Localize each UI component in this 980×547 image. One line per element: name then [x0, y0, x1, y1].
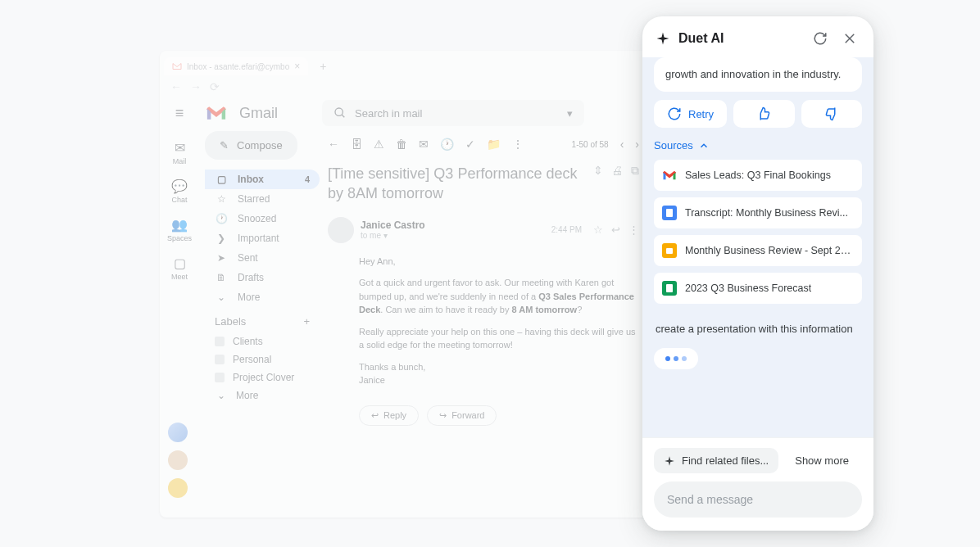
svg-point-0 [335, 108, 343, 115]
email-time: 2:44 PM [551, 225, 582, 234]
message-input[interactable]: Send a message [654, 481, 862, 518]
label-more[interactable]: ⌄More [205, 387, 320, 405]
retry-button[interactable]: Retry [654, 100, 727, 128]
mail-toolbar: ← 🗄 ⚠ 🗑 ✉ 🕐 ✓ 📁 ⋮ 1-50 of 58 ‹ › [328, 133, 639, 160]
typing-dot [674, 356, 678, 361]
rail-chat[interactable]: 💬 Chat [160, 174, 199, 209]
sources-toggle[interactable]: Sources [654, 139, 862, 151]
show-more-chip[interactable]: Show more [785, 448, 859, 473]
expand-icon[interactable]: ⇕ [593, 164, 603, 178]
gmail-sidebar: ✎ Compose ▢ Inbox 4 ☆ Starred 🕐 Snoozed … [205, 131, 320, 405]
gmail-icon [662, 168, 677, 183]
more-icon[interactable]: ⋮ [628, 224, 639, 236]
spaces-icon: 👥 [171, 217, 188, 233]
next-icon[interactable]: › [635, 138, 639, 151]
label-item[interactable]: Clients [205, 332, 320, 350]
thumbs-down-button[interactable] [801, 100, 862, 128]
docs-icon [662, 206, 677, 220]
archive-icon[interactable]: 🗄 [351, 138, 362, 151]
compose-button[interactable]: ✎ Compose [205, 131, 297, 160]
star-icon: ☆ [215, 193, 228, 205]
rail-meet[interactable]: ▢ Meet [160, 251, 199, 286]
message-placeholder: Send a message [667, 493, 753, 506]
mail-count: 1-50 of 58 [572, 140, 609, 149]
back-icon[interactable]: ← [328, 138, 339, 151]
label-item[interactable]: Project Clover [205, 368, 320, 387]
source-item-sheets[interactable]: 2023 Q3 Business Forecast [654, 273, 862, 304]
sources-list: Sales Leads: Q3 Final Bookings Transcrip… [654, 160, 862, 304]
thumbs-up-button[interactable] [733, 100, 794, 128]
snooze-icon: 🕐 [215, 213, 228, 224]
nav-starred[interactable]: ☆ Starred [205, 189, 320, 209]
delete-icon[interactable]: 🗑 [396, 138, 407, 151]
important-icon: ❯ [215, 233, 228, 244]
slides-icon [662, 243, 677, 258]
meet-icon: ▢ [174, 255, 186, 271]
ai-response: growth and innovation in the industry. [654, 57, 862, 92]
nav-drafts[interactable]: 🗎 Drafts [205, 268, 320, 287]
nav-sent[interactable]: ➤ Sent [205, 248, 320, 268]
label-item[interactable]: Personal [205, 350, 320, 368]
sheets-icon [662, 281, 677, 296]
rail-mail[interactable]: ✉ Mail [160, 135, 199, 170]
source-item-docs[interactable]: Transcript: Monthly Business Revi... [654, 197, 862, 228]
email-subject: [Time sensitive] Q3 Performance deck by … [328, 160, 639, 212]
popout-icon[interactable]: ⧉ [631, 164, 639, 178]
typing-dot [665, 356, 670, 361]
user-message: create a presentation with this informat… [654, 317, 862, 348]
duet-ai-panel: Duet AI growth and innovation in the ind… [642, 16, 873, 531]
rail-spaces[interactable]: 👥 Spaces [160, 212, 199, 247]
sender-to[interactable]: to me ▾ [361, 231, 425, 240]
task-icon[interactable]: ✓ [465, 138, 475, 151]
reply-icon[interactable]: ↩ [611, 224, 620, 236]
prev-icon[interactable]: ‹ [620, 138, 624, 151]
add-label-icon[interactable]: + [303, 315, 310, 328]
avatar[interactable] [168, 450, 188, 470]
chat-icon: 💬 [171, 179, 188, 194]
suggestion-chips: Find related files... Show more [654, 448, 862, 473]
drafts-icon: 🗎 [215, 272, 228, 283]
source-item-gmail[interactable]: Sales Leads: Q3 Final Bookings [654, 160, 862, 191]
nav-snoozed[interactable]: 🕐 Snoozed [205, 209, 320, 228]
hamburger-icon[interactable]: ≡ [175, 105, 184, 122]
duet-footer: Find related files... Show more Send a m… [642, 437, 873, 531]
unread-icon[interactable]: ✉ [419, 138, 429, 151]
nav-more[interactable]: ⌄ More [205, 287, 320, 307]
nav-inbox[interactable]: ▢ Inbox 4 [205, 170, 320, 189]
duet-title: Duet AI [678, 31, 801, 46]
email-meta: Janice Castro to me ▾ 2:44 PM ☆ ↩ ⋮ [328, 212, 639, 248]
search-options-icon[interactable]: ▾ [567, 107, 573, 120]
reply-row: ↩Reply ↪Forward [328, 396, 639, 426]
nav-important[interactable]: ❯ Important [205, 228, 320, 248]
rail-avatars [168, 423, 188, 498]
suggestion-chip[interactable]: Find related files... [654, 448, 778, 473]
more-icon[interactable]: ⋮ [512, 138, 524, 151]
chevron-up-icon [698, 140, 710, 151]
search-placeholder: Search in mail [355, 107, 422, 120]
svg-line-1 [342, 115, 344, 117]
avatar[interactable] [168, 423, 188, 442]
gmail-main: ← 🗄 ⚠ 🗑 ✉ 🕐 ✓ 📁 ⋮ 1-50 of 58 ‹ › ⇕ 🖨 ⧉ [… [328, 133, 639, 426]
close-button[interactable] [839, 28, 860, 49]
refresh-button[interactable] [810, 28, 831, 49]
print-icon[interactable]: 🖨 [611, 164, 623, 178]
labels-header: Labels + [205, 307, 320, 332]
duet-header: Duet AI [642, 16, 873, 57]
star-icon[interactable]: ☆ [593, 224, 603, 236]
clock-icon[interactable]: 🕐 [440, 138, 454, 151]
sender-avatar[interactable] [328, 217, 354, 243]
email-body: Hey Ann, Got a quick and urgent favor to… [328, 248, 639, 387]
chevron-down-icon: ⌄ [215, 390, 228, 401]
label-swatch [215, 337, 225, 346]
source-item-slides[interactable]: Monthly Business Review - Sept 20... [654, 235, 862, 266]
forward-button[interactable]: ↪Forward [427, 405, 497, 426]
sparkle-icon [664, 455, 675, 467]
thumbs-up-icon [756, 106, 771, 121]
sparkle-icon [656, 31, 670, 46]
reply-button[interactable]: ↩Reply [359, 405, 419, 426]
move-icon[interactable]: 📁 [487, 138, 501, 151]
search-input[interactable]: Search in mail ▾ [322, 100, 584, 126]
report-icon[interactable]: ⚠ [374, 138, 384, 151]
typing-dot [682, 356, 687, 361]
avatar[interactable] [168, 478, 188, 498]
